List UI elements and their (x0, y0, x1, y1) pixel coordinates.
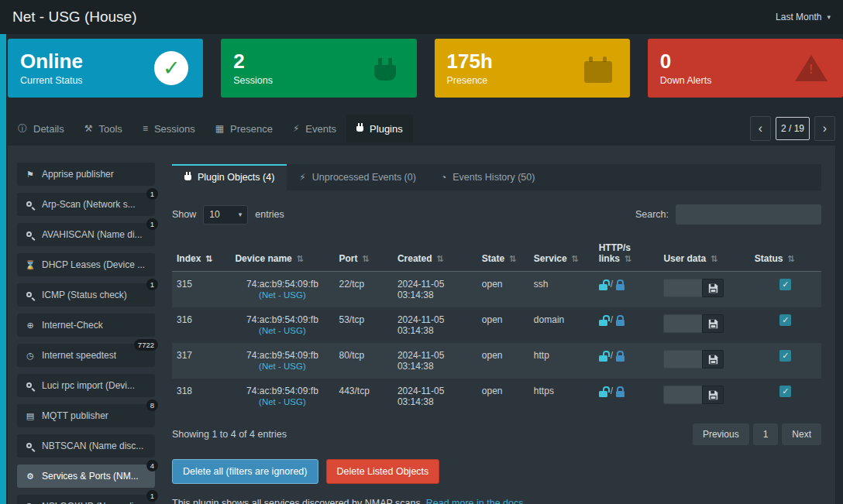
save-button[interactable] (702, 279, 724, 297)
sidebar-item-arp-scan[interactable]: Arp-Scan (Network s... 1 (17, 193, 155, 216)
floppy-icon (708, 319, 718, 329)
page-size-select[interactable]: 10 ▾ (203, 205, 248, 225)
card-label: Current Status (20, 75, 83, 86)
card-presence[interactable]: 175h Presence (435, 39, 630, 98)
sidebar-item-avahiscan[interactable]: AVAHISCAN (Name di... 1 (17, 223, 155, 246)
sidebar-item-label: ICMP (Status check) (42, 290, 127, 300)
sidebar-item-internet-check[interactable]: ⊕ Internet-Check (17, 314, 155, 337)
card-current-status[interactable]: Online Current Status ✓ (8, 39, 203, 98)
cell-http-links: / (594, 343, 659, 379)
col-index[interactable]: Index⇅ (172, 235, 230, 272)
delete-all-button[interactable]: Delete all (filters are ignored) (172, 459, 318, 484)
time-range-select[interactable]: Last Month ▾ (776, 12, 831, 22)
page-1-button[interactable]: 1 (753, 423, 779, 445)
tab-details[interactable]: ⓘ Details (8, 115, 74, 142)
device-link[interactable]: (Net - USG) (259, 326, 306, 335)
user-data-input[interactable] (663, 386, 702, 404)
https-link-icon[interactable] (616, 320, 625, 326)
cell-index: 316 (172, 307, 230, 343)
sidebar-item-services-ports[interactable]: ⚙ Services & Ports (NM... 4 (17, 465, 155, 488)
plugin-content: Plugin Objects (4) ⚡ Unprocessed Events … (160, 146, 835, 504)
save-button[interactable] (702, 314, 724, 333)
https-link-icon[interactable] (616, 355, 625, 362)
col-user-data[interactable]: User data⇅ (659, 235, 749, 272)
sort-icon: ⇅ (297, 254, 304, 263)
col-status[interactable]: Status⇅ (750, 235, 821, 272)
sidebar-item-nbtscan[interactable]: NBTSCAN (Name disc... (17, 434, 155, 458)
cell-service: domain (529, 307, 594, 343)
https-link-icon[interactable] (616, 391, 625, 397)
count-badge: 1 (146, 218, 158, 230)
cell-device: 74:ac:b9:54:09:fb (Net - USG) (230, 272, 334, 308)
http-link-icon[interactable] (599, 391, 607, 397)
table-header-row: Index⇅ Device name⇅ Port⇅ Created⇅ State… (172, 235, 821, 272)
subtab-label: Unprocessed Events (0) (312, 172, 416, 183)
col-created[interactable]: Created⇅ (393, 235, 477, 272)
status-checkbox[interactable]: ✓ (779, 279, 791, 290)
hourglass-icon: ⌛ (25, 260, 36, 270)
delete-listed-button[interactable]: Delete Listed Objects (326, 459, 440, 484)
sidebar-item-internet-speedtest[interactable]: ◷ Internet speedtest 7722 (17, 344, 155, 367)
col-state[interactable]: State⇅ (477, 235, 529, 272)
tab-tools[interactable]: ⚒ Tools (74, 115, 132, 142)
sidebar-item-nslookup[interactable]: NSLOOKUP (Name di... 1 (17, 495, 155, 504)
col-service[interactable]: Service⇅ (529, 235, 594, 272)
sidebar-item-label: Apprise publisher (42, 169, 114, 180)
tab-plugins[interactable]: Plugins (346, 115, 413, 142)
col-http-links[interactable]: HTTP/s links⇅ (594, 235, 659, 272)
user-data-input[interactable] (663, 350, 702, 369)
save-button[interactable] (702, 386, 724, 404)
https-link-icon[interactable] (616, 284, 625, 290)
tab-label: Presence (230, 123, 273, 135)
card-sessions[interactable]: 2 Sessions (221, 39, 416, 98)
cell-index: 318 (172, 379, 230, 414)
tab-sessions[interactable]: ≡ Sessions (132, 115, 205, 142)
previous-page-button[interactable]: Previous (693, 423, 749, 445)
cell-created: 2024-11-05 03:14:38 (393, 272, 477, 308)
next-page-button[interactable]: Next (782, 423, 821, 445)
col-port[interactable]: Port⇅ (334, 235, 392, 272)
subtab-plugin-objects[interactable]: Plugin Objects (4) (172, 164, 287, 190)
docs-link[interactable]: Read more in the docs. (426, 498, 526, 504)
sort-icon: ⇅ (437, 254, 444, 263)
sidebar-item-dhcp-leases[interactable]: ⌛ DHCP Leases (Device ... (17, 253, 155, 276)
sidebar-item-apprise-publisher[interactable]: ⚑ Apprise publisher (17, 163, 155, 186)
col-device-name[interactable]: Device name⇅ (230, 235, 334, 272)
tab-presence[interactable]: ▦ Presence (205, 115, 283, 142)
device-link[interactable]: (Net - USG) (259, 397, 306, 406)
check-icon: ✓ (154, 51, 188, 85)
cell-state: open (477, 343, 529, 379)
tab-events[interactable]: ⚡ Events (283, 115, 346, 142)
prev-device-button[interactable]: ‹ (750, 116, 771, 141)
subtab-events-history[interactable]: ◔ Events History (50) (428, 164, 548, 190)
card-value: 2 (233, 50, 273, 74)
count-badge: 7722 (134, 339, 158, 351)
status-checkbox[interactable]: ✓ (779, 386, 791, 397)
http-link-icon[interactable] (599, 320, 607, 326)
tab-label: Plugins (370, 123, 403, 135)
http-link-icon[interactable] (599, 284, 607, 290)
status-cards: Online Current Status ✓ 2 Sessions 175h … (8, 39, 843, 98)
sidebar-item-luci-rpc-import[interactable]: Luci rpc import (Devi... (17, 374, 155, 397)
save-button[interactable] (702, 350, 724, 369)
status-checkbox[interactable]: ✓ (779, 314, 791, 326)
status-checkbox[interactable]: ✓ (779, 350, 791, 362)
device-pager: ‹ 2 / 19 › (750, 116, 835, 141)
user-data-input[interactable] (663, 314, 702, 333)
search-input[interactable] (676, 204, 821, 225)
chevron-down-icon: ▾ (239, 211, 243, 218)
app-sidebar-strip[interactable] (0, 0, 6, 504)
search-icon (25, 231, 36, 239)
device-link[interactable]: (Net - USG) (259, 290, 306, 300)
user-data-input[interactable] (663, 279, 702, 297)
search-label: Search: (635, 209, 669, 220)
cell-port: 80/tcp (334, 343, 392, 379)
next-device-button[interactable]: › (814, 116, 835, 141)
sidebar-item-mqtt-publisher[interactable]: ▤ MQTT publisher 8 (17, 404, 155, 427)
bolt-icon: ⚡ (299, 173, 305, 182)
card-down-alerts[interactable]: 0 Down Alerts (648, 39, 843, 98)
sidebar-item-icmp[interactable]: ICMP (Status check) 1 (17, 283, 155, 307)
device-link[interactable]: (Net - USG) (259, 362, 306, 371)
http-link-icon[interactable] (599, 355, 607, 362)
subtab-unprocessed-events[interactable]: ⚡ Unprocessed Events (0) (287, 164, 428, 190)
